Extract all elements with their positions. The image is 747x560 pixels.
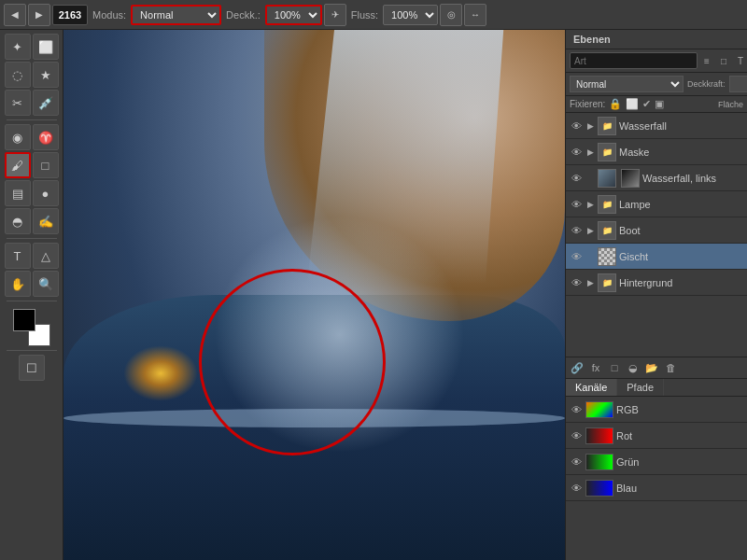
blur-tool[interactable]: ● [33, 180, 59, 206]
visibility-eye-rot[interactable]: 👁 [570, 429, 583, 442]
airbrush-button[interactable]: ✈ [324, 4, 346, 26]
tab-pfade[interactable]: Pfade [617, 379, 664, 396]
visibility-eye-rgb[interactable]: 👁 [570, 403, 583, 416]
layer-name-wasserfall-links: Wasserfall, links [642, 173, 743, 184]
layer-list[interactable]: 👁 ▶ 📁 Wasserfall 👁 ▶ 📁 Maske 👁 [566, 113, 747, 357]
visibility-eye-hintergrund[interactable]: 👁 [570, 276, 583, 289]
spot-heal-tool[interactable]: ◉ [5, 124, 31, 150]
channel-thumb-blau [585, 480, 613, 497]
layer-item-gischt[interactable]: 👁 Gischt [566, 244, 747, 270]
canvas-area[interactable] [63, 30, 565, 560]
layer-mask-wasserfall-links [621, 169, 640, 188]
layers-icon-3[interactable]: T [733, 53, 747, 68]
clone-stamp[interactable]: ♈ [33, 124, 59, 150]
channel-thumb-rgb [585, 401, 613, 418]
left-tool-panel: ✦ ⬜ ◌ ★ ✂ 💉 ◉ ♈ 🖌 □ ▤ ● ◓ ✍ T [0, 30, 63, 560]
tab-kanale[interactable]: Kanäle [566, 379, 617, 396]
layers-search-input[interactable] [570, 52, 698, 69]
layer-item-boot[interactable]: 👁 ▶ 📁 Boot [566, 217, 747, 244]
text-tool[interactable]: T [5, 243, 31, 269]
visibility-eye-wasserfall[interactable]: 👁 [570, 119, 583, 133]
eraser-tool[interactable]: □ [33, 152, 59, 178]
tool-separator-2 [7, 238, 57, 239]
expand-hintergrund[interactable]: ▶ [585, 278, 595, 287]
back-button[interactable]: ◀ [4, 4, 26, 26]
hand-tool[interactable]: ✋ [5, 271, 31, 297]
layer-name-gischt: Gischt [619, 251, 743, 262]
layers-icon-1[interactable]: ≡ [699, 53, 714, 68]
blend-mode-select[interactable]: Normal Multiplizieren Negativ multiplizi… [570, 76, 684, 92]
trash-icon[interactable]: 🗑 [663, 360, 678, 375]
channels-panel: 👁 RGB 👁 Rot 👁 Grün 👁 Blau [566, 397, 747, 560]
visibility-eye-gischt[interactable]: 👁 [570, 250, 583, 263]
all-fix-icon[interactable]: ▣ [655, 98, 664, 110]
channel-item-gruen[interactable]: 👁 Grün [566, 449, 747, 475]
expand-wasserfall[interactable]: ▶ [585, 121, 595, 131]
deckk-label: Deckk.: [226, 9, 261, 21]
expand-wasserfall-links[interactable] [585, 174, 595, 183]
expand-lampe[interactable]: ▶ [585, 200, 595, 209]
main-area: ✦ ⬜ ◌ ★ ✂ 💉 ◉ ♈ 🖌 □ ▤ ● ◓ ✍ T [0, 30, 747, 560]
visibility-eye-maske[interactable]: 👁 [570, 146, 583, 159]
brush-size-box[interactable]: 2163 [52, 5, 88, 25]
art-fix-icon[interactable]: ✔ [642, 98, 651, 110]
move-fix-icon[interactable]: ⬜ [626, 98, 639, 110]
boat-glow [123, 345, 198, 401]
layers-icon-2[interactable]: □ [716, 53, 731, 68]
fx-icon[interactable]: fx [588, 360, 603, 375]
visibility-eye-wasserfall-links[interactable]: 👁 [570, 172, 583, 185]
adjustment-icon[interactable]: ◒ [626, 360, 641, 375]
visibility-eye-gruen[interactable]: 👁 [570, 455, 583, 469]
visibility-eye-lampe[interactable]: 👁 [570, 198, 583, 211]
water-spray [214, 216, 465, 455]
forward-button[interactable]: ▶ [28, 4, 50, 26]
layer-item-wasserfall-links[interactable]: 👁 Wasserfall, links [566, 165, 747, 191]
channel-item-rgb[interactable]: 👁 RGB [566, 397, 747, 423]
crop-tool[interactable]: ✂ [5, 90, 31, 116]
eyedropper-tool[interactable]: 💉 [33, 90, 59, 116]
symmetry-button[interactable]: ↔ [464, 4, 486, 26]
layer-name-wasserfall: Wasserfall [619, 120, 743, 132]
tool-separator-4 [7, 350, 57, 351]
pressure-button[interactable]: ◎ [440, 4, 462, 26]
foreground-color-swatch[interactable] [13, 309, 35, 331]
visibility-eye-blau[interactable]: 👁 [570, 482, 583, 495]
pen-tool[interactable]: ✍ [33, 208, 59, 234]
deckk-select[interactable]: 100% 90% 80% [265, 5, 322, 25]
dodge-tool[interactable]: ◓ [5, 208, 31, 234]
lock-icon[interactable]: 🔒 [609, 98, 622, 110]
gradient-tool[interactable]: ▤ [5, 180, 31, 206]
layers-search-row: ≡ □ T ♥ [566, 49, 747, 73]
modus-select[interactable]: Normal Auflösen Abdunkeln Multiplizieren [131, 5, 221, 25]
opacity-label: Deckkraft: [687, 79, 726, 89]
layer-thumb-gischt [598, 247, 616, 266]
layer-item-lampe[interactable]: 👁 ▶ 📁 Lampe [566, 191, 747, 217]
color-swatches[interactable] [13, 309, 50, 346]
magic-wand[interactable]: ★ [33, 62, 59, 88]
channel-item-blau[interactable]: 👁 Blau [566, 475, 747, 501]
layer-item-wasserfall[interactable]: 👁 ▶ 📁 Wasserfall [566, 113, 747, 139]
lasso-tool[interactable]: ◌ [5, 62, 31, 88]
brush-tool[interactable]: 🖌 [5, 152, 31, 178]
expand-boot[interactable]: ▶ [585, 226, 595, 235]
layer-type-wasserfall: 📁 [598, 117, 616, 135]
layer-type-maske: 📁 [598, 143, 616, 161]
layer-item-maske[interactable]: 👁 ▶ 📁 Maske [566, 139, 747, 165]
link-icon[interactable]: 🔗 [570, 360, 585, 375]
channel-item-rot[interactable]: 👁 Rot [566, 423, 747, 449]
fluss-select[interactable]: 100% 90% 80% [383, 5, 438, 25]
expand-gischt[interactable] [585, 252, 595, 261]
visibility-eye-boot[interactable]: 👁 [570, 224, 583, 237]
shape-tool[interactable]: △ [33, 243, 59, 269]
layers-panel-title: Ebenen [566, 30, 747, 49]
expand-maske[interactable]: ▶ [585, 147, 595, 157]
select-tool[interactable]: ⬜ [33, 34, 59, 60]
zoom-tool[interactable]: 🔍 [33, 271, 59, 297]
screen-mode-button[interactable]: ☐ [19, 355, 45, 381]
move-tool[interactable]: ✦ [5, 34, 31, 60]
mask-icon[interactable]: □ [607, 360, 622, 375]
tool-separator-3 [7, 301, 57, 301]
layer-item-hintergrund[interactable]: 👁 ▶ 📁 Hintergrund [566, 270, 747, 296]
folder-icon[interactable]: 📂 [644, 360, 659, 375]
opacity-input[interactable] [729, 76, 747, 92]
